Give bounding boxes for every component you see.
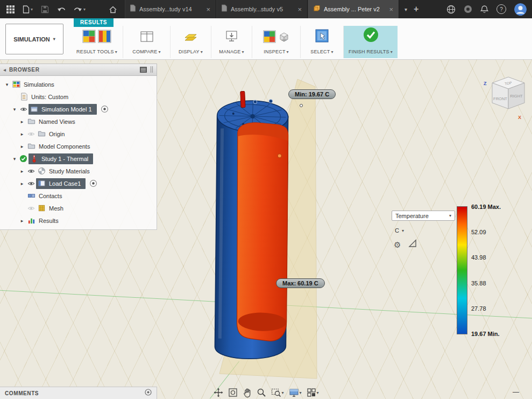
manage-monitor-icon[interactable] <box>225 30 238 45</box>
browser-tree-row[interactable]: Contacts <box>0 190 157 202</box>
finish-check-icon[interactable] <box>363 26 379 45</box>
tree-node-body[interactable]: Units: Custom <box>18 92 73 102</box>
expander-toggle-icon[interactable]: ▸ <box>18 169 26 174</box>
app-grid-icon[interactable] <box>6 5 15 13</box>
inspect-xyz-icon[interactable]: xyz <box>278 31 290 45</box>
compare-windows-icon[interactable] <box>140 30 154 45</box>
redo-button[interactable]: ▾ <box>74 5 86 13</box>
tree-node-body[interactable]: Simulation Model 1 <box>29 104 97 115</box>
group-finish-results[interactable]: FINISH RESULTS▾ <box>344 26 398 58</box>
fit-view-icon[interactable]: ▾ <box>271 388 283 397</box>
visibility-eye-icon[interactable] <box>18 106 29 113</box>
undo-button[interactable] <box>57 5 66 13</box>
pan-move-icon[interactable] <box>213 388 223 397</box>
expander-toggle-icon[interactable]: ▾ <box>3 82 11 87</box>
group-label[interactable]: FINISH RESULTS <box>349 49 389 54</box>
display-settings-icon[interactable]: ▾ <box>288 388 301 397</box>
colorbar-tick-labels: 60.19 Max.52.0943.9835.8827.7819.67 Min. <box>471 207 530 334</box>
tree-node-body[interactable]: Named Views <box>26 116 80 127</box>
group-label[interactable]: DISPLAY <box>179 49 200 54</box>
tree-node-body[interactable]: Model Components <box>26 141 95 152</box>
group-label[interactable]: COMPARE <box>132 49 157 54</box>
notifications-bell-icon[interactable] <box>480 5 488 13</box>
tree-node-body[interactable]: Study Materials <box>36 166 95 177</box>
browser-tree-row[interactable]: ▸Origin <box>0 128 157 140</box>
workspace-switcher[interactable]: SIMULATION ▾ <box>5 24 63 54</box>
browser-tree-row[interactable]: ▾Simulations <box>0 78 157 90</box>
tree-node-body[interactable]: Study 1 - Thermal <box>29 153 93 164</box>
tree-node-body[interactable]: Simulations <box>11 79 59 90</box>
result-contours-icon[interactable] <box>82 30 96 45</box>
group-label[interactable]: MANAGE <box>219 49 240 54</box>
home-button[interactable] <box>109 5 117 13</box>
legend-scale-icon[interactable] <box>408 239 417 250</box>
legend-quantity-select[interactable]: Temperature ▾ <box>392 211 455 221</box>
visibility-eye-icon[interactable] <box>26 167 36 175</box>
tree-node-body[interactable]: Load Case1 <box>36 178 86 189</box>
browser-tree-row[interactable]: ▸Load Case1 <box>0 177 157 190</box>
user-avatar[interactable] <box>514 3 527 16</box>
panel-menu-icon[interactable] <box>140 65 147 75</box>
document-tab-active[interactable]: Assembly ... Peter v2 × <box>308 0 399 18</box>
browser-tree-row[interactable]: ▾Simulation Model 1 <box>0 103 157 115</box>
expander-toggle-icon[interactable]: ▾ <box>11 107 18 112</box>
file-menu-button[interactable]: ▾ <box>23 5 33 13</box>
browser-tree-row[interactable]: ▸Study Materials <box>0 165 157 177</box>
browser-tree-row[interactable]: Mesh <box>0 202 157 214</box>
browser-tree-row[interactable]: ▸Model Components <box>0 140 157 152</box>
inspect-results-icon[interactable] <box>263 30 276 45</box>
help-icon[interactable]: ? <box>496 4 506 14</box>
display-planes-icon[interactable] <box>183 30 198 45</box>
comments-bar[interactable]: COMMENTS <box>0 387 157 399</box>
grid-settings-icon[interactable]: ▾ <box>307 388 319 397</box>
document-tab[interactable]: Assembly...tudy v14 × <box>125 0 216 18</box>
expander-toggle-icon[interactable]: ▸ <box>18 181 26 186</box>
expander-toggle-icon[interactable]: ▾ <box>11 156 18 162</box>
select-cursor-icon[interactable] <box>315 29 329 45</box>
close-icon[interactable]: × <box>296 6 303 13</box>
activate-radio-icon[interactable] <box>89 179 97 187</box>
close-icon[interactable]: × <box>205 6 211 13</box>
tree-node-body[interactable]: Results <box>26 215 63 226</box>
document-tab[interactable]: Assembly...study v5 × <box>216 0 308 18</box>
legend-settings-gear-icon[interactable]: ⚙ <box>394 241 401 249</box>
group-label[interactable]: RESULT TOOLS <box>76 49 114 54</box>
visibility-eye-off-icon[interactable] <box>26 205 36 212</box>
save-button[interactable] <box>41 5 49 13</box>
expander-toggle-icon[interactable]: ▸ <box>18 218 26 223</box>
navigation-bar: ▾ ▾ ▾ <box>213 388 318 397</box>
tree-node-body[interactable]: Origin <box>36 129 69 139</box>
visibility-eye-off-icon[interactable] <box>26 130 36 138</box>
group-label[interactable]: INSPECT <box>264 49 285 54</box>
result-legend-icon[interactable] <box>98 30 111 45</box>
browser-panel-header[interactable]: ◂ BROWSER <box>0 64 157 76</box>
expander-toggle-icon[interactable]: ▸ <box>18 131 26 137</box>
chevron-down-icon: ▾ <box>83 7 86 12</box>
tree-node-body[interactable]: Contacts <box>26 191 67 201</box>
expander-toggle-icon[interactable]: ▸ <box>18 144 26 149</box>
visibility-eye-icon[interactable] <box>26 180 36 187</box>
new-tab-button[interactable]: + <box>414 4 418 14</box>
zoom-icon[interactable] <box>256 388 266 397</box>
browser-tree-row[interactable]: ▾Study 1 - Thermal <box>0 152 157 165</box>
expander-toggle-icon[interactable]: ▸ <box>18 119 26 124</box>
comments-expand-icon[interactable] <box>145 388 152 398</box>
tree-node-body[interactable]: Mesh <box>36 203 68 214</box>
activate-radio-icon[interactable] <box>101 105 109 113</box>
pan-hand-icon[interactable] <box>242 388 251 397</box>
view-cube[interactable]: Z X TOP FRONT RIGHT <box>480 74 528 124</box>
tab-list-chevron-icon[interactable]: ▾ <box>405 6 407 12</box>
collapse-panel-icon[interactable]: ◂ <box>3 67 6 73</box>
job-status-icon[interactable] <box>464 5 472 13</box>
close-icon[interactable]: × <box>388 6 394 13</box>
group-label[interactable]: SELECT <box>310 49 330 54</box>
navbar-collapse-dash[interactable]: — <box>513 388 519 396</box>
panel-grip-icon[interactable] <box>150 65 153 75</box>
browser-tree-row[interactable]: ▸Results <box>0 214 157 227</box>
orbit-icon[interactable] <box>228 388 237 397</box>
browser-tree-row[interactable]: ▸Named Views <box>0 115 157 128</box>
legend-unit-select[interactable]: C ▾ <box>392 227 455 234</box>
web-globe-icon[interactable] <box>446 5 456 14</box>
study-solved-check-icon[interactable] <box>18 155 29 163</box>
browser-tree-row[interactable]: Units: Custom <box>0 90 157 103</box>
